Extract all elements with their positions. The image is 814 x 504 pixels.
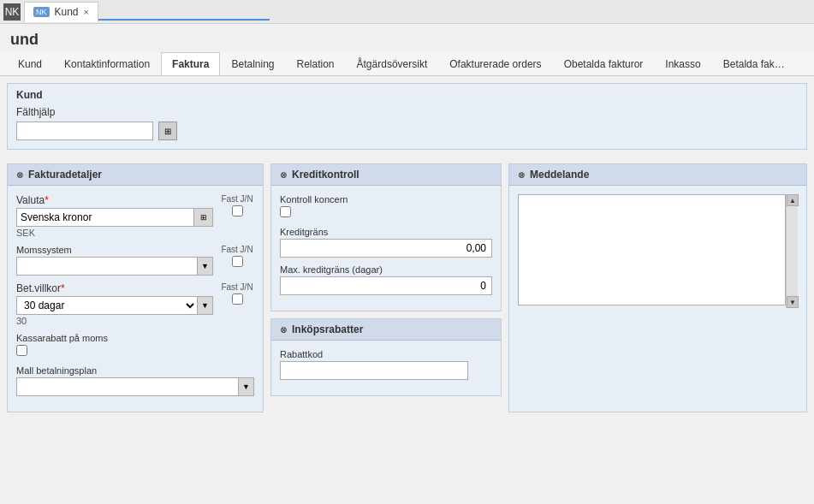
bet-villkor-dropdown-btn[interactable]: ▼ [198, 296, 213, 315]
rabattkod-group: Rabattkod [280, 349, 492, 380]
fakturadetaljer-panel: ⊗ Fakturadetaljer Valuta* ⊞ SEK [7, 163, 264, 412]
page-title: und [0, 24, 814, 52]
mall-input[interactable] [16, 377, 239, 396]
bet-villkor-label: Bet.villkor* [16, 282, 213, 294]
valuta-label: Valuta* [16, 194, 213, 206]
scroll-up-arrow[interactable]: ▲ [787, 194, 799, 206]
inkopsrabatter-panel: ⊗ Inköpsrabatter Rabattkod [270, 318, 502, 396]
bet-villkor-sub: 30 [16, 316, 213, 326]
tab-relation[interactable]: Relation [286, 52, 346, 75]
rabattkod-input[interactable] [280, 361, 468, 380]
faltjalp-label: Fälthjälp [16, 106, 798, 118]
kreditkontroll-title: Kreditkontroll [292, 169, 359, 181]
kassarabatt-group: Kassarabatt på moms [16, 333, 254, 359]
momssystem-group: Momssystem ▼ Fast J/N [16, 245, 254, 276]
valuta-row: Valuta* ⊞ SEK Fast J/N [16, 194, 254, 238]
kreditkontroll-collapse-icon[interactable]: ⊗ [280, 170, 287, 180]
meddelande-title: Meddelande [530, 169, 589, 181]
fakturadetaljer-collapse-icon[interactable]: ⊗ [16, 170, 23, 180]
kreditkontroll-body: Kontroll koncern Kreditgräns Max. kredit… [271, 186, 501, 311]
kassarabatt-checkbox[interactable] [16, 345, 27, 356]
inkopsrabatter-collapse-icon[interactable]: ⊗ [280, 325, 287, 335]
rabattkod-label: Rabattkod [280, 349, 492, 359]
momssystem-label: Momssystem [16, 245, 213, 255]
valuta-input[interactable] [16, 208, 194, 227]
inkopsrabatter-title: Inköpsrabatter [292, 323, 363, 335]
valuta-fast-jn-label: Fast J/N [221, 194, 253, 204]
kreditgrans-input[interactable] [280, 239, 492, 258]
momssystem-select-wrapper: ▼ [16, 257, 213, 276]
bet-villkor-select-wrapper: 30 dagar ▼ [16, 296, 213, 315]
tab-ofakturerade-orders[interactable]: Ofakturerade orders [438, 52, 552, 75]
kassarabatt-label: Kassarabatt på moms [16, 333, 254, 343]
inkopsrabatter-header: ⊗ Inköpsrabatter [271, 319, 501, 341]
meddelande-collapse-icon[interactable]: ⊗ [518, 170, 525, 180]
tab-kund[interactable]: Kund [7, 52, 53, 75]
mall-dropdown-btn[interactable]: ▼ [239, 377, 254, 396]
max-kreditgrans-group: Max. kreditgräns (dagar) [280, 264, 492, 295]
bet-villkor-row: Bet.villkor* 30 dagar ▼ 30 Fast J/N [16, 282, 254, 326]
max-kreditgrans-input[interactable] [280, 276, 492, 295]
meddelande-panel: ⊗ Meddelande ▲ ▼ [508, 163, 807, 412]
meddelande-scrollbar[interactable]: ▲ ▼ [786, 194, 798, 308]
kund-section: Kund Fälthjälp ⊞ [7, 83, 807, 150]
tab-kontaktinformation[interactable]: Kontaktinformation [53, 52, 161, 75]
kontroll-checkbox[interactable] [280, 206, 291, 217]
momssystem-dropdown-btn[interactable]: ▼ [198, 257, 213, 276]
bet-villkor-fast-jn-label: Fast J/N [221, 282, 253, 292]
kontroll-group: Kontroll koncern [280, 194, 492, 220]
kontroll-label: Kontroll koncern [280, 194, 492, 205]
valuta-group: Valuta* ⊞ SEK Fast J/N [16, 194, 254, 238]
kreditgrans-label: Kreditgräns [280, 227, 492, 237]
valuta-calendar-btn[interactable]: ⊞ [194, 208, 213, 227]
inkopsrabatter-body: Rabattkod [271, 341, 501, 395]
doc-tab-badge: NK [33, 7, 50, 17]
momssystem-input[interactable] [16, 257, 198, 276]
tab-betalning[interactable]: Betalning [220, 52, 285, 75]
momssystem-row: Momssystem ▼ Fast J/N [16, 245, 254, 276]
tab-faktura[interactable]: Faktura [161, 52, 220, 76]
mall-group: Mall betalningsplan ▼ [16, 365, 254, 396]
fakturadetaljer-header: ⊗ Fakturadetaljer [8, 164, 263, 186]
fakturadetaljer-body: Valuta* ⊞ SEK Fast J/N [8, 186, 263, 412]
momssystem-fast-jn-checkbox[interactable] [232, 256, 243, 267]
valuta-sub: SEK [16, 228, 213, 238]
faltjalp-btn[interactable]: ⊞ [158, 122, 177, 140]
bet-villkor-fast-jn-group: Fast J/N [220, 282, 254, 305]
bet-villkor-fast-jn-checkbox[interactable] [232, 294, 243, 305]
tab-bar: NK NK Kund × [0, 0, 814, 24]
app-icon: NK [3, 3, 21, 21]
tab-inkasso[interactable]: Inkasso [654, 52, 711, 75]
bet-villkor-group: Bet.villkor* 30 dagar ▼ 30 Fast J/N [16, 282, 254, 326]
meddelande-body: ▲ ▼ [509, 186, 806, 317]
mall-select-wrapper: ▼ [16, 377, 254, 396]
main-content: ⊗ Fakturadetaljer Valuta* ⊞ SEK [0, 157, 814, 419]
doc-tab[interactable]: NK Kund × [24, 2, 98, 22]
scroll-down-arrow[interactable]: ▼ [787, 296, 799, 308]
search-input[interactable] [98, 3, 270, 21]
tab-betalda-fak[interactable]: Betalda fak… [712, 52, 796, 75]
valuta-fast-jn-group: Fast J/N [220, 194, 254, 216]
kreditkontroll-panel: ⊗ Kreditkontroll Kontroll koncern Kredit… [270, 163, 502, 311]
max-kreditgrans-label: Max. kreditgräns (dagar) [280, 264, 492, 275]
faltjalp-input[interactable] [16, 122, 153, 140]
tab-atgardsoversikt[interactable]: Åtgärdsöversikt [346, 52, 439, 75]
meddelande-textarea[interactable] [518, 194, 786, 305]
doc-tab-label: Kund [55, 6, 79, 18]
valuta-fast-jn-checkbox[interactable] [232, 205, 243, 216]
bet-villkor-select[interactable]: 30 dagar [16, 296, 198, 315]
valuta-select-wrapper: ⊞ [16, 208, 213, 227]
mall-label: Mall betalningsplan [16, 365, 254, 376]
nav-tabs: Kund Kontaktinformation Faktura Betalnin… [0, 52, 814, 76]
fakturadetaljer-title: Fakturadetaljer [28, 169, 102, 181]
momssystem-fast-jn-group: Fast J/N [220, 245, 254, 267]
meddelande-header: ⊗ Meddelande [509, 164, 806, 186]
kreditkontroll-header: ⊗ Kreditkontroll [271, 164, 501, 186]
kreditgrans-group: Kreditgräns [280, 227, 492, 258]
momssystem-fast-jn-label: Fast J/N [221, 245, 253, 254]
tab-obetalda-fakturor[interactable]: Obetalda fakturor [553, 52, 655, 75]
faltjalp-row: ⊞ [16, 122, 798, 140]
meddelande-scrollbar-area: ▲ ▼ [518, 194, 798, 308]
kund-section-title: Kund [16, 89, 798, 101]
doc-tab-close[interactable]: × [84, 7, 89, 17]
